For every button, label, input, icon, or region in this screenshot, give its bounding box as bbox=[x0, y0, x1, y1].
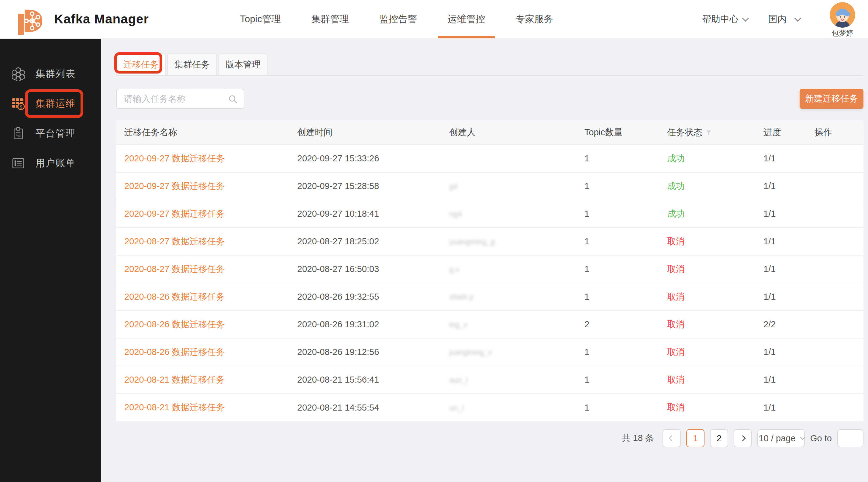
task-name-link[interactable]: 2020-08-26 数据迁移任务 bbox=[124, 347, 225, 357]
status-badge: 取消 bbox=[667, 347, 685, 357]
created-time: 2020-08-26 19:32:55 bbox=[297, 283, 449, 311]
topic-count: 1 bbox=[584, 393, 667, 421]
pagination-page-1[interactable]: 1 bbox=[686, 429, 705, 447]
sidebar-item-platform-management[interactable]: 平台管理 bbox=[0, 119, 101, 148]
task-name-link[interactable]: 2020-08-26 数据迁移任务 bbox=[124, 292, 225, 301]
col-task-name: 迁移任务名称 bbox=[116, 120, 297, 144]
col-task-status: 任务状态 bbox=[667, 120, 764, 144]
app-title: Kafka Manager bbox=[54, 12, 149, 26]
task-name-link[interactable]: 2020-09-27 数据迁移任务 bbox=[124, 209, 225, 219]
creator: shieh jr bbox=[449, 293, 474, 301]
actions-cell bbox=[814, 144, 863, 172]
page-size-select[interactable]: 10 / page bbox=[757, 429, 805, 447]
table-row: 2020-08-26 数据迁移任务 2020-08-26 19:31:02 in… bbox=[116, 311, 863, 338]
user-menu[interactable]: 包梦婷 bbox=[830, 2, 855, 38]
search-input[interactable] bbox=[117, 89, 244, 108]
sidebar-item-cluster-list[interactable]: 集群列表 bbox=[0, 59, 101, 89]
status-badge: 取消 bbox=[667, 264, 685, 274]
progress: 1/1 bbox=[764, 283, 814, 311]
pagination-total: 共 18 条 bbox=[622, 432, 654, 444]
actions-cell bbox=[814, 311, 863, 338]
task-search bbox=[116, 89, 244, 109]
creator: g.v bbox=[449, 265, 459, 274]
filter-icon[interactable] bbox=[705, 129, 712, 136]
nav-expert-service[interactable]: 专家服务 bbox=[500, 0, 568, 38]
created-time: 2020-08-26 19:12:56 bbox=[297, 338, 449, 366]
svg-text:$: $ bbox=[20, 104, 23, 110]
status-badge: 取消 bbox=[667, 403, 685, 412]
pagination-page-2[interactable]: 2 bbox=[710, 429, 728, 447]
actions-cell bbox=[814, 338, 863, 366]
task-name-link[interactable]: 2020-08-27 数据迁移任务 bbox=[124, 264, 225, 274]
chevron-down-icon bbox=[742, 15, 749, 22]
created-time: 2020-08-27 16:50:03 bbox=[297, 255, 449, 283]
table-row: 2020-08-27 数据迁移任务 2020-08-27 18:25:02 yu… bbox=[116, 228, 863, 255]
sidebar: 集群列表 $ 集群运维 平台管理 用户账单 bbox=[0, 39, 101, 482]
chevron-down-icon bbox=[800, 435, 805, 440]
help-center-menu[interactable]: 帮助中心 bbox=[702, 13, 747, 26]
goto-page-input[interactable] bbox=[837, 429, 863, 447]
app-header: Kafka Manager Topic管理 集群管理 监控告警 运维管控 专家服… bbox=[0, 0, 868, 39]
created-time: 2020-08-27 18:25:02 bbox=[297, 228, 449, 255]
task-name-link[interactable]: 2020-09-27 数据迁移任务 bbox=[124, 154, 225, 163]
creator: ing_v bbox=[449, 320, 467, 329]
topic-count: 1 bbox=[584, 366, 667, 393]
active-nav-underline bbox=[438, 36, 495, 38]
hexagon-cluster-icon bbox=[11, 67, 25, 81]
table-row: 2020-09-27 数据迁移任务 2020-09-27 15:33:26 1 … bbox=[116, 144, 863, 172]
progress: 1/1 bbox=[764, 144, 814, 172]
pagination-prev-button[interactable] bbox=[662, 429, 681, 447]
list-icon bbox=[11, 156, 25, 170]
tab-migration-tasks[interactable]: 迁移任务 bbox=[116, 54, 166, 75]
col-creator: 创建人 bbox=[449, 120, 584, 144]
new-migration-task-button[interactable]: 新建迁移任务 bbox=[800, 89, 863, 109]
table-row: 2020-08-27 数据迁移任务 2020-08-27 16:50:03 g.… bbox=[116, 255, 863, 283]
sidebar-item-cluster-ops[interactable]: $ 集群运维 bbox=[0, 89, 101, 119]
search-icon[interactable] bbox=[228, 94, 238, 104]
topic-count: 1 bbox=[584, 200, 667, 228]
progress: 1/1 bbox=[764, 338, 814, 366]
actions-cell bbox=[814, 255, 863, 283]
created-time: 2020-08-26 19:31:02 bbox=[297, 311, 449, 338]
task-name-link[interactable]: 2020-08-21 数据迁移任务 bbox=[124, 375, 225, 384]
task-name-link[interactable]: 2020-08-27 数据迁移任务 bbox=[124, 236, 225, 246]
col-created-time: 创建时间 bbox=[297, 120, 449, 144]
nav-ops-control[interactable]: 运维管控 bbox=[432, 0, 500, 38]
col-progress: 进度 bbox=[764, 120, 814, 144]
progress: 1/1 bbox=[764, 200, 814, 228]
tab-cluster-tasks[interactable]: 集群任务 bbox=[167, 54, 217, 75]
col-actions: 操作 bbox=[814, 120, 863, 144]
actions-cell bbox=[814, 283, 863, 311]
migration-task-table: 迁移任务名称 创建时间 创建人 Topic数量 任务状态 进度 操作 2020-… bbox=[116, 120, 863, 421]
created-time: 2020-08-21 15:56:41 bbox=[297, 366, 449, 393]
table-row: 2020-09-27 数据迁移任务 2020-09-27 10:18:41 ng… bbox=[116, 200, 863, 228]
kafka-d-logo-icon bbox=[10, 3, 42, 35]
nav-monitor-alert[interactable]: 监控告警 bbox=[364, 0, 432, 38]
topic-count: 1 bbox=[584, 144, 667, 172]
table-row: 2020-09-27 数据迁移任务 2020-09-27 15:28:58 g4… bbox=[116, 172, 863, 200]
task-name-link[interactable]: 2020-09-27 数据迁移任务 bbox=[124, 181, 225, 191]
status-badge: 取消 bbox=[667, 319, 685, 329]
chevron-left-icon bbox=[669, 435, 675, 441]
tab-version-management[interactable]: 版本管理 bbox=[218, 54, 268, 75]
status-badge: 成功 bbox=[667, 209, 685, 219]
status-badge: 成功 bbox=[667, 181, 685, 191]
top-nav: Topic管理 集群管理 监控告警 运维管控 专家服务 bbox=[225, 0, 568, 38]
region-selector[interactable]: 国内 bbox=[768, 13, 799, 26]
migration-task-table-panel: 迁移任务名称 创建时间 创建人 Topic数量 任务状态 进度 操作 2020-… bbox=[116, 120, 863, 421]
toolbar: 新建迁移任务 bbox=[116, 89, 863, 109]
header-right: 帮助中心 国内 包梦婷 bbox=[702, 0, 868, 38]
status-badge: 取消 bbox=[667, 292, 685, 301]
task-name-link[interactable]: 2020-08-26 数据迁移任务 bbox=[124, 319, 225, 329]
created-time: 2020-08-21 14:55:54 bbox=[297, 393, 449, 421]
task-name-link[interactable]: 2020-08-21 数据迁移任务 bbox=[124, 403, 225, 412]
table-row: 2020-08-21 数据迁移任务 2020-08-21 15:56:41 au… bbox=[116, 366, 863, 393]
sidebar-item-user-billing[interactable]: 用户账单 bbox=[0, 148, 101, 178]
nav-topic-management[interactable]: Topic管理 bbox=[225, 0, 296, 38]
progress: 1/1 bbox=[764, 228, 814, 255]
pagination-next-button[interactable] bbox=[734, 429, 752, 447]
tab-bar: 迁移任务 集群任务 版本管理 bbox=[116, 54, 863, 76]
actions-cell bbox=[814, 366, 863, 393]
username: 包梦婷 bbox=[832, 28, 854, 38]
nav-cluster-management[interactable]: 集群管理 bbox=[296, 0, 364, 38]
